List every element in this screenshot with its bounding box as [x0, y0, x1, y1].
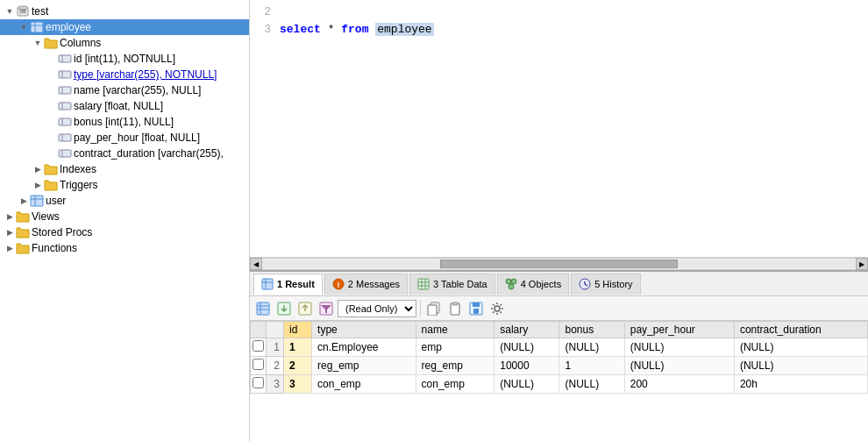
table-icon-user	[30, 194, 44, 208]
row1-num: 1	[267, 338, 284, 357]
toolbar-btn-settings[interactable]	[487, 299, 507, 318]
col-header-name[interactable]: name	[416, 322, 494, 338]
row1-check[interactable]	[251, 338, 267, 357]
toolbar-btn-grid[interactable]	[253, 299, 273, 318]
svg-point-55	[494, 306, 500, 311]
row3-pay: 200	[624, 375, 734, 394]
line-content-3: select * from employee	[280, 21, 434, 39]
readonly-select[interactable]: (Read Only) Editable	[338, 300, 416, 317]
row3-id: 3	[284, 375, 312, 394]
result-data-table-wrap: id type name salary bonus pay_per_hour c…	[250, 321, 868, 441]
bottom-panel: 1 Result ! 2 Messages 3 Table Data	[250, 270, 868, 441]
toolbar-btn-copy[interactable]	[424, 299, 444, 318]
row3-type: con_emp	[312, 375, 416, 394]
row2-type: reg_emp	[312, 357, 416, 375]
tabs-bar: 1 Result ! 2 Messages 3 Table Data	[250, 272, 868, 296]
tab-messages[interactable]: ! 2 Messages	[324, 274, 408, 295]
svg-point-33	[506, 279, 511, 284]
row2-check[interactable]	[251, 357, 267, 375]
horizontal-scrollbar[interactable]: ◀ ▶	[250, 258, 868, 270]
sql-editor[interactable]: 2 3 select * from employee	[250, 0, 868, 258]
toolbar-btn-filter[interactable]	[317, 299, 336, 318]
sidebar-col-name-label: name [varchar(255), NULL]	[74, 84, 201, 96]
sidebar-item-user[interactable]: ▶ user	[0, 193, 249, 209]
scroll-thumb[interactable]	[440, 260, 678, 268]
svg-point-35	[509, 284, 514, 289]
svg-rect-18	[59, 150, 71, 157]
folder-icon-storedprocs	[16, 225, 30, 239]
expand-icon-triggers: ▶	[32, 179, 44, 191]
sidebar-col-type-label: type [varchar(255), NOTNULL]	[74, 68, 217, 81]
row1-salary: (NULL)	[494, 338, 559, 357]
sidebar-col-type[interactable]: ▶ type [varchar(255), NOTNULL]	[0, 67, 249, 82]
column-icon-contract	[58, 146, 72, 160]
sidebar-col-salary[interactable]: ▶ salary [float, NULL]	[0, 98, 249, 114]
scroll-track[interactable]	[262, 260, 856, 268]
tab-result-label: 1 Result	[277, 279, 315, 289]
row1-pay: (NULL)	[624, 338, 734, 357]
sidebar-col-contract[interactable]: ▶ contract_duration [varchar(255),	[0, 146, 249, 161]
col-header-bonus[interactable]: bonus	[559, 322, 624, 338]
svg-text:!: !	[337, 281, 339, 289]
toolbar-btn-export[interactable]	[274, 299, 294, 318]
svg-rect-51	[452, 302, 458, 305]
sidebar-item-indexes[interactable]: ▶ Indexes	[0, 161, 249, 177]
sidebar-col-name[interactable]: ▶ name [varchar(255), NULL]	[0, 82, 249, 98]
sidebar-item-columns[interactable]: ▼ Columns	[0, 35, 249, 51]
row3-checkbox[interactable]	[253, 377, 264, 388]
row3-check[interactable]	[251, 375, 267, 394]
expand-icon-test: ▼	[4, 5, 16, 18]
col-header-pay[interactable]: pay_per_hour	[624, 322, 734, 338]
tab-objects[interactable]: 4 Objects	[497, 274, 569, 295]
sidebar-item-employee[interactable]: ▼ employee	[0, 19, 249, 35]
result-toolbar: (Read Only) Editable	[250, 296, 868, 321]
col-header-salary[interactable]: salary	[494, 322, 559, 338]
scroll-right-button[interactable]: ▶	[856, 258, 868, 270]
svg-rect-39	[257, 302, 269, 315]
row2-name: reg_emp	[416, 357, 494, 375]
sidebar-col-id[interactable]: ▶ id [int(11), NOTNULL]	[0, 51, 249, 67]
sidebar-col-salary-label: salary [float, NULL]	[74, 100, 163, 112]
toolbar-divider-1	[420, 301, 421, 317]
column-icon-pay	[58, 131, 72, 145]
row3-salary: (NULL)	[494, 375, 559, 394]
toolbar-btn-paste[interactable]	[445, 299, 465, 318]
col-header-id[interactable]: id	[284, 322, 312, 338]
svg-point-34	[511, 279, 516, 284]
sidebar-item-triggers[interactable]: ▶ Triggers	[0, 177, 249, 193]
row2-checkbox[interactable]	[253, 359, 264, 370]
expand-icon-functions: ▶	[4, 242, 16, 254]
tab-messages-label: 2 Messages	[348, 279, 400, 289]
row2-bonus: 1	[559, 357, 624, 375]
tab-history[interactable]: 5 History	[571, 274, 640, 295]
sidebar-col-pay[interactable]: ▶ pay_per_hour [float, NULL]	[0, 130, 249, 146]
svg-rect-23	[262, 279, 273, 289]
sidebar-storedprocs-label: Stored Procs	[32, 226, 92, 238]
row2-salary: 10000	[494, 357, 559, 375]
sidebar-functions-label: Functions	[32, 242, 77, 254]
toolbar-btn-import[interactable]	[295, 299, 315, 318]
sidebar-item-storedprocs[interactable]: ▶ Stored Procs	[0, 224, 249, 240]
editor-line-3: 3 select * from employee	[253, 21, 864, 39]
row1-checkbox[interactable]	[253, 340, 264, 352]
sidebar-item-functions[interactable]: ▶ Functions	[0, 240, 249, 256]
main-area: 2 3 select * from employee ◀ ▶	[250, 0, 868, 441]
tab-tabledata[interactable]: 3 Table Data	[409, 274, 495, 295]
toolbar-btn-save[interactable]	[466, 299, 486, 318]
sidebar-col-bonus[interactable]: ▶ bonus [int(11), NULL]	[0, 114, 249, 130]
svg-rect-14	[59, 118, 71, 125]
col-header-type[interactable]: type	[312, 322, 416, 338]
tab-result[interactable]: 1 Result	[253, 274, 323, 295]
keyword-from: from	[341, 23, 368, 36]
folder-icon-columns	[44, 36, 58, 50]
col-header-contract[interactable]: contract_duration	[734, 322, 867, 338]
sidebar-item-views[interactable]: ▶ Views	[0, 209, 249, 224]
result-data-table: id type name salary bonus pay_per_hour c…	[250, 321, 868, 394]
expand-icon-columns: ▼	[32, 37, 44, 49]
sidebar-col-contract-label: contract_duration [varchar(255),	[74, 147, 224, 160]
sidebar-item-test-db[interactable]: ▼ DB test	[0, 4, 249, 19]
line-number-2: 2	[253, 4, 271, 21]
tab-history-label: 5 History	[594, 279, 632, 289]
row3-name: con_emp	[416, 375, 494, 394]
scroll-left-button[interactable]: ◀	[250, 258, 262, 270]
